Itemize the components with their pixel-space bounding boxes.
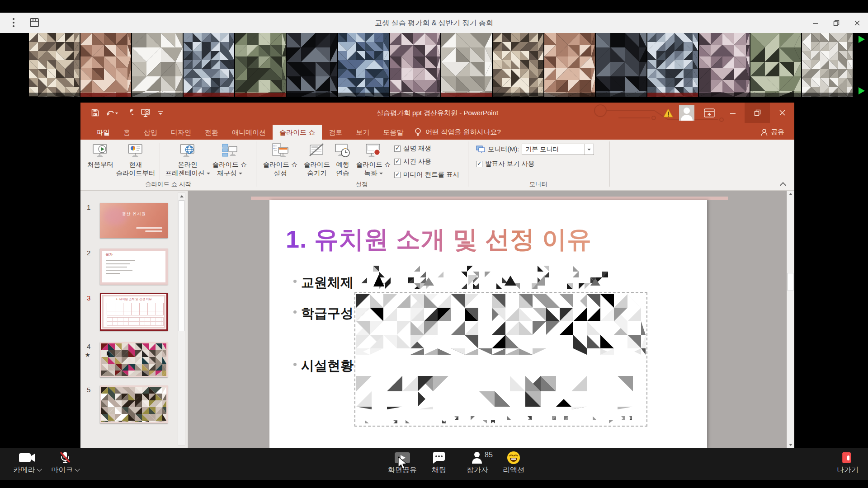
- checkbox-icon: [394, 159, 401, 165]
- bottom-black-strip: [0, 480, 868, 488]
- present-online-button[interactable]: 온라인프레젠테이션: [165, 142, 211, 178]
- tab-help[interactable]: 도움말: [376, 125, 410, 140]
- editor-scrollbar[interactable]: [787, 191, 794, 448]
- tab-home[interactable]: 홈: [117, 125, 137, 140]
- hide-slide-button[interactable]: 슬라이드숨기기: [300, 142, 334, 178]
- reorder-slides-icon: [221, 142, 238, 160]
- thumb3-title: 1. 유치원 소개 및 선정 이유: [104, 297, 164, 301]
- rehearse-clock-icon: [334, 142, 351, 160]
- selected-placeholder[interactable]: [354, 292, 647, 427]
- warning-icon[interactable]: [660, 103, 676, 123]
- share-indicator-arrow: [858, 35, 865, 43]
- thumb1-title: 경산 유치원: [100, 211, 168, 217]
- participant-video[interactable]: [544, 33, 595, 97]
- monitor-dropdown[interactable]: 기본 모니터: [522, 144, 594, 155]
- scroll-down-icon[interactable]: [787, 441, 794, 448]
- participant-video[interactable]: [390, 33, 440, 97]
- ribbon-display-options-button[interactable]: [698, 103, 721, 123]
- lightbulb-icon: [415, 128, 421, 137]
- current-slide-canvas[interactable]: 1. 유치원 소개 및 선정 이유 교원체제 학급구성 시설현황: [269, 200, 707, 448]
- chat-button[interactable]: 채팅: [424, 451, 454, 475]
- tab-insert[interactable]: 삽입: [137, 125, 164, 140]
- participant-video[interactable]: [750, 33, 801, 97]
- slide-number: 1: [87, 203, 90, 211]
- censored-fragments: [361, 416, 632, 425]
- tab-slideshow[interactable]: 슬라이드 쇼: [273, 125, 322, 140]
- group-label-start: 슬라이드 쇼 시작: [145, 180, 191, 188]
- participant-video[interactable]: [80, 33, 131, 97]
- share-button[interactable]: 공유: [761, 125, 784, 140]
- reactions-button[interactable]: 리액션: [497, 451, 530, 475]
- account-avatar[interactable]: [676, 103, 698, 123]
- scrollbar-thumb[interactable]: [788, 273, 793, 291]
- tab-transitions[interactable]: 전환: [198, 125, 225, 140]
- tab-animations[interactable]: 애니메이션: [225, 125, 273, 140]
- tab-file[interactable]: 파일: [90, 125, 117, 140]
- slide-thumbnail-5[interactable]: [100, 385, 168, 423]
- record-show-icon: [364, 142, 382, 160]
- leave-button[interactable]: 나가기: [831, 451, 864, 475]
- slide-bullet-1: 교원체제: [301, 274, 354, 292]
- minimize-button[interactable]: [812, 19, 819, 27]
- participant-name-bar: [29, 93, 80, 97]
- slide-thumbnail-3-selected[interactable]: 1. 유치원 소개 및 선정 이유: [100, 293, 168, 331]
- chevron-down-icon[interactable]: [37, 467, 42, 472]
- participant-video[interactable]: [647, 33, 698, 97]
- hide-slide-icon: [308, 142, 326, 160]
- collapse-ribbon-button[interactable]: [778, 179, 788, 188]
- record-slideshow-button[interactable]: 슬라이드 쇼녹화: [354, 142, 393, 178]
- rehearse-timings-button[interactable]: 예행연습: [332, 142, 354, 178]
- mic-button-muted[interactable]: 마이크: [47, 451, 83, 475]
- slide-thumbnail-4[interactable]: [100, 342, 168, 377]
- tab-review[interactable]: 검토: [322, 125, 349, 140]
- scroll-up-icon[interactable]: [787, 191, 794, 197]
- ppt-close-button[interactable]: [770, 103, 794, 123]
- setup-slideshow-button[interactable]: 슬라이드 쇼설정: [259, 142, 301, 178]
- participant-video[interactable]: [235, 33, 286, 97]
- checkbox-play-narrations[interactable]: 설명 재생: [394, 144, 431, 153]
- participant-video[interactable]: [493, 33, 543, 97]
- laughing-emoji-icon: [507, 451, 520, 465]
- close-button[interactable]: [854, 19, 861, 27]
- participant-name-bar: [338, 93, 389, 97]
- slide-thumbnail-1[interactable]: 경산 유치원: [100, 203, 168, 238]
- tab-design[interactable]: 디자인: [164, 125, 198, 140]
- participant-video[interactable]: [29, 33, 80, 97]
- checkbox-show-media-controls[interactable]: 미디어 컨트롤 표시: [394, 170, 459, 179]
- participant-video[interactable]: [441, 33, 492, 97]
- participants-button[interactable]: 85 참가자: [458, 451, 496, 475]
- camera-icon: [19, 452, 36, 463]
- tab-view[interactable]: 보기: [349, 125, 376, 140]
- scroll-up-icon[interactable]: [178, 193, 185, 200]
- participant-video[interactable]: [132, 33, 183, 97]
- monitor-play-icon: [92, 142, 109, 160]
- participant-video[interactable]: [596, 33, 646, 97]
- participant-video[interactable]: [802, 33, 853, 97]
- thumb2-title: 목차: [105, 252, 113, 257]
- custom-slideshow-button[interactable]: 슬라이드 쇼재구성: [208, 142, 251, 178]
- checkbox-use-timings[interactable]: 시간 사용: [394, 157, 431, 166]
- from-current-slide-button[interactable]: 현재슬라이드부터: [115, 142, 156, 178]
- participant-video[interactable]: [184, 33, 234, 97]
- participant-name-bar: [184, 93, 234, 97]
- participant-video[interactable]: [338, 33, 389, 97]
- camera-button[interactable]: 카메라: [8, 451, 46, 475]
- ppt-minimize-button[interactable]: [721, 103, 745, 123]
- chevron-down-icon[interactable]: [75, 467, 80, 472]
- share-indicator-arrow: [858, 87, 865, 95]
- participant-name-bar: [699, 93, 750, 97]
- checkbox-presenter-view[interactable]: 발표자 보기 사용: [476, 160, 535, 168]
- censored-table-mosaic: [356, 376, 646, 411]
- tell-me-box[interactable]: 어떤 작업을 원하시나요?: [415, 125, 501, 140]
- slide-thumbnail-2[interactable]: 목차: [100, 249, 168, 285]
- leave-door-icon: [841, 451, 854, 465]
- scrollbar-thumb[interactable]: [179, 200, 184, 331]
- ppt-restore-button[interactable]: [745, 103, 770, 123]
- from-beginning-button[interactable]: 처음부터: [81, 142, 119, 169]
- participant-video[interactable]: [287, 33, 337, 97]
- slide-number: 4: [87, 343, 90, 350]
- restore-button[interactable]: [833, 19, 840, 27]
- participant-video[interactable]: [699, 33, 750, 97]
- thumbnail-scrollbar[interactable]: [178, 192, 185, 446]
- ribbon-tab-bar: 파일 홈 삽입 디자인 전환 애니메이션 슬라이드 쇼 검토 보기 도움말 어떤…: [80, 123, 794, 140]
